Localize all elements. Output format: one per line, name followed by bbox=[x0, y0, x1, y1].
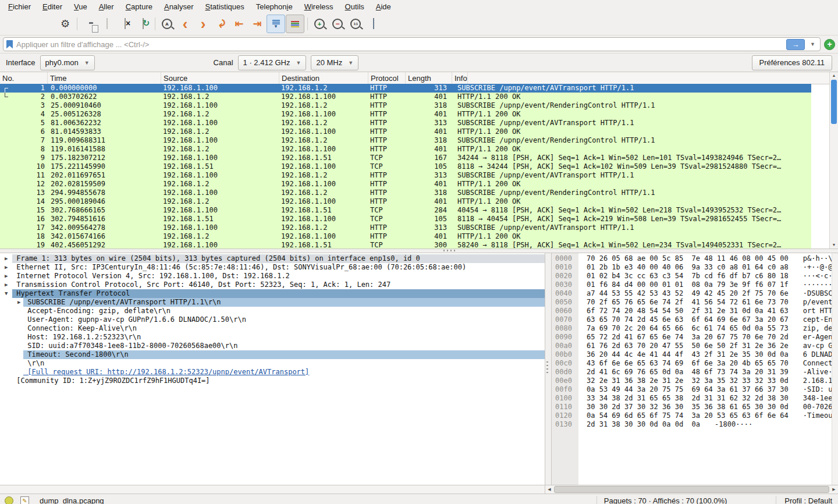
detail-line-4[interactable]: ▼ Hypertext Transfer Protocol bbox=[0, 289, 545, 298]
detail-line-5[interactable]: ▶ SUBSCRIBE /upnp/event/AVTransport HTTP… bbox=[0, 298, 545, 307]
hex-row-0110[interactable]: 011030 30 2d 37 30 32 36 30 35 36 38 61 … bbox=[552, 403, 838, 411]
packet-row-12[interactable]: 12202.028159509192.168.1.2192.168.1.100H… bbox=[0, 180, 811, 189]
scroll-up-arrow-icon[interactable]: ▲ bbox=[832, 72, 836, 79]
column-header-destination[interactable]: Destination bbox=[279, 72, 368, 84]
details-horizontal-scrollbar[interactable] bbox=[0, 485, 545, 494]
previous-packet-button[interactable]: ‹ bbox=[176, 15, 194, 33]
hex-row-00c0[interactable]: 00c043 6f 6e 6e 65 63 74 69 6f 6e 3a 20 … bbox=[552, 359, 838, 368]
detail-line-12[interactable]: \r\n bbox=[0, 359, 545, 368]
profile-label[interactable]: Profil : Default bbox=[776, 496, 833, 504]
packet-row-18[interactable]: 18342.015674166192.168.1.2192.168.1.100H… bbox=[0, 232, 811, 241]
hex-row-00a0[interactable]: 00a061 76 2d 63 70 20 47 55 50 6e 50 2f … bbox=[552, 342, 838, 350]
column-header-no[interactable]: No. bbox=[0, 72, 48, 84]
packet-row-3[interactable]: 325.000910460192.168.1.100192.168.1.2HTT… bbox=[0, 101, 811, 110]
detail-line-0[interactable]: ▶ Frame 1: 313 bytes on wire (2504 bits)… bbox=[0, 254, 545, 263]
menu-analyser[interactable]: Analyser bbox=[158, 1, 200, 12]
collapsed-arrow-icon[interactable]: ▶ bbox=[17, 298, 20, 307]
packet-row-9[interactable]: 9175.182307212192.168.1.100192.168.1.51T… bbox=[0, 154, 811, 162]
zoom-out-button[interactable]: − bbox=[329, 15, 346, 33]
scroll-down-arrow-icon[interactable]: ▼ bbox=[832, 242, 836, 249]
packet-row-13[interactable]: 13294.994855678192.168.1.100192.168.1.2H… bbox=[0, 189, 811, 197]
resize-columns-button[interactable] bbox=[365, 15, 382, 33]
wireless-preferences-button[interactable]: Préférences 802.11 bbox=[752, 55, 833, 70]
column-header-source[interactable]: Source bbox=[161, 72, 279, 84]
detail-line-7[interactable]: User-Agent: gupnp-av-cp GUPnP/1.6.6 DLNA… bbox=[0, 315, 545, 324]
hex-row-0080[interactable]: 00807a 69 70 2c 20 64 65 66 6c 61 74 65 … bbox=[552, 324, 838, 333]
hex-row-0130[interactable]: 01302d 31 38 30 30 0d 0a 0d 0a-1800···· bbox=[552, 420, 838, 429]
packet-row-7[interactable]: 7119.009688311192.168.1.100192.168.1.2HT… bbox=[0, 136, 811, 145]
hex-row-0070[interactable]: 007063 65 70 74 2d 45 6e 63 6f 64 69 6e … bbox=[552, 315, 838, 324]
hex-row-00b0[interactable]: 00b036 20 44 4c 4e 41 44 4f 43 2f 31 2e … bbox=[552, 350, 838, 359]
column-header-protocol[interactable]: Protocol bbox=[368, 72, 406, 84]
horizontal-splitter[interactable] bbox=[0, 249, 838, 253]
collapsed-arrow-icon[interactable]: ▶ bbox=[5, 263, 8, 272]
menu-outils[interactable]: Outils bbox=[339, 1, 370, 12]
detail-line-1[interactable]: ▶ Ethernet II, Src: IP3CenturyIn_48:11:4… bbox=[0, 263, 545, 272]
packet-row-19[interactable]: 19402.456051292192.168.1.100192.168.1.51… bbox=[0, 241, 811, 249]
close-file-button[interactable]: × bbox=[116, 15, 134, 33]
menu-wireless[interactable]: Wireless bbox=[299, 1, 339, 12]
detail-line-13[interactable]: [Full request URI: http://192.168.1.2:52… bbox=[0, 368, 545, 377]
hex-row-0020[interactable]: 002001 02 b4 3c cc 63 c3 54 7b cd f6 df … bbox=[552, 272, 838, 281]
packet-row-14[interactable]: 14295.000189046192.168.1.2192.168.1.100H… bbox=[0, 197, 811, 206]
hex-row-0000[interactable]: 000070 26 05 68 ae 00 5c 85 7e 48 11 46 … bbox=[552, 254, 838, 263]
packet-row-4[interactable]: 425.005126328192.168.1.2192.168.1.100HTT… bbox=[0, 110, 811, 119]
first-packet-button[interactable]: ⇤ bbox=[230, 15, 248, 33]
detail-line-11[interactable]: Timeout: Second-1800\r\n bbox=[0, 350, 545, 359]
menu-capture[interactable]: Capture bbox=[120, 1, 158, 12]
menu-editer[interactable]: Editer bbox=[37, 1, 68, 12]
last-packet-button[interactable]: ⇥ bbox=[248, 15, 266, 33]
hex-row-0010[interactable]: 001001 2b 1b e3 40 00 40 06 9a 33 c0 a8 … bbox=[552, 263, 838, 272]
packet-row-2[interactable]: 20.003702622192.168.1.2192.168.1.100HTTP… bbox=[0, 93, 811, 101]
hex-row-0030[interactable]: 003001 f6 84 d4 00 00 01 01 08 0a 79 3e … bbox=[552, 281, 838, 289]
next-packet-button[interactable]: › bbox=[194, 15, 212, 33]
menu-telephonie[interactable]: Telephonie bbox=[250, 1, 299, 12]
stop-capture-button[interactable] bbox=[20, 15, 38, 33]
detail-line-9[interactable]: Host: 192.168.1.2:52323\r\n bbox=[0, 333, 545, 342]
packet-row-16[interactable]: 16302.794851616192.168.1.51192.168.1.100… bbox=[0, 215, 811, 223]
hex-row-00d0[interactable]: 00d02d 41 6c 69 76 65 0d 0a 48 6f 73 74 … bbox=[552, 368, 838, 377]
hex-row-0090[interactable]: 009065 72 2d 41 67 65 6e 74 3a 20 67 75 … bbox=[552, 333, 838, 342]
packet-row-6[interactable]: 681.014593833192.168.1.2192.168.1.100HTT… bbox=[0, 127, 811, 136]
expert-info-icon[interactable] bbox=[5, 496, 13, 504]
hex-row-00e0[interactable]: 00e032 2e 31 36 38 2e 31 2e 32 3a 35 32 … bbox=[552, 377, 838, 385]
detail-line-14[interactable]: [Community ID: 1:Z+yjZ9ROZDC1rfZ9hF1HGUD… bbox=[0, 377, 545, 385]
packet-list-vertical-scrollbar[interactable]: ▲ ▼ bbox=[829, 72, 838, 249]
filter-bookmark-icon[interactable] bbox=[6, 40, 13, 49]
hex-row-0060[interactable]: 00606f 72 74 20 48 54 54 50 2f 31 2e 31 … bbox=[552, 307, 838, 315]
packet-row-15[interactable]: 15302.768666165192.168.1.100192.168.1.51… bbox=[0, 206, 811, 215]
menu-aide[interactable]: Aide bbox=[370, 1, 397, 12]
collapsed-arrow-icon[interactable]: ▶ bbox=[5, 281, 8, 289]
column-header-info[interactable]: Info bbox=[452, 72, 468, 84]
packet-row-17[interactable]: 17342.009564278192.168.1.100192.168.1.2H… bbox=[0, 223, 811, 232]
hex-row-0050[interactable]: 005070 2f 65 76 65 6e 74 2f 41 56 54 72 … bbox=[552, 298, 838, 307]
filter-history-chevron-icon[interactable]: ▼ bbox=[808, 41, 817, 47]
packet-row-1[interactable]: 10.000000000192.168.1.100192.168.1.2HTTP… bbox=[0, 84, 811, 93]
channel-combo[interactable]: 1 · 2.412 GHz ▼ bbox=[238, 55, 307, 70]
zoom-in-button[interactable]: + bbox=[311, 15, 328, 33]
collapsed-arrow-icon[interactable]: ▶ bbox=[5, 254, 8, 263]
capture-comment-icon[interactable]: ✎ bbox=[20, 496, 29, 504]
scroll-right-arrow-icon[interactable]: ▶ bbox=[830, 487, 838, 492]
bandwidth-combo[interactable]: 20 MHz ▼ bbox=[311, 55, 358, 70]
detail-line-6[interactable]: Accept-Encoding: gzip, deflate\r\n bbox=[0, 307, 545, 315]
menu-vue[interactable]: Vue bbox=[68, 1, 93, 12]
find-packet-button[interactable]: A bbox=[158, 15, 176, 33]
hex-row-0100[interactable]: 010033 34 38 2d 31 65 65 38 2d 31 31 62 … bbox=[552, 394, 838, 403]
menu-statistiques[interactable]: Statistiques bbox=[200, 1, 250, 12]
column-header-time[interactable]: Time bbox=[48, 72, 161, 84]
expanded-arrow-icon[interactable]: ▼ bbox=[5, 289, 8, 298]
open-file-button[interactable] bbox=[80, 15, 98, 33]
capture-options-button[interactable]: ⚙ bbox=[56, 15, 74, 33]
add-filter-button[interactable]: + bbox=[824, 39, 835, 50]
detail-line-3[interactable]: ▶ Transmission Control Protocol, Src Por… bbox=[0, 281, 545, 289]
collapsed-arrow-icon[interactable]: ▶ bbox=[5, 272, 8, 281]
scrollbar-thumb[interactable] bbox=[554, 486, 829, 493]
go-to-packet-button[interactable]: ↷ bbox=[212, 15, 230, 33]
bytes-horizontal-scrollbar[interactable]: ◀ ▶ bbox=[545, 485, 838, 494]
menu-aller[interactable]: Aller bbox=[93, 1, 120, 12]
hex-row-00f0[interactable]: 00f00a 53 49 44 3a 20 75 75 69 64 3a 61 … bbox=[552, 385, 838, 394]
scroll-left-arrow-icon[interactable]: ◀ bbox=[545, 487, 553, 492]
zoom-original-button[interactable]: 1:1 bbox=[347, 15, 364, 33]
packet-row-5[interactable]: 581.006362232192.168.1.100192.168.1.2HTT… bbox=[0, 119, 811, 127]
